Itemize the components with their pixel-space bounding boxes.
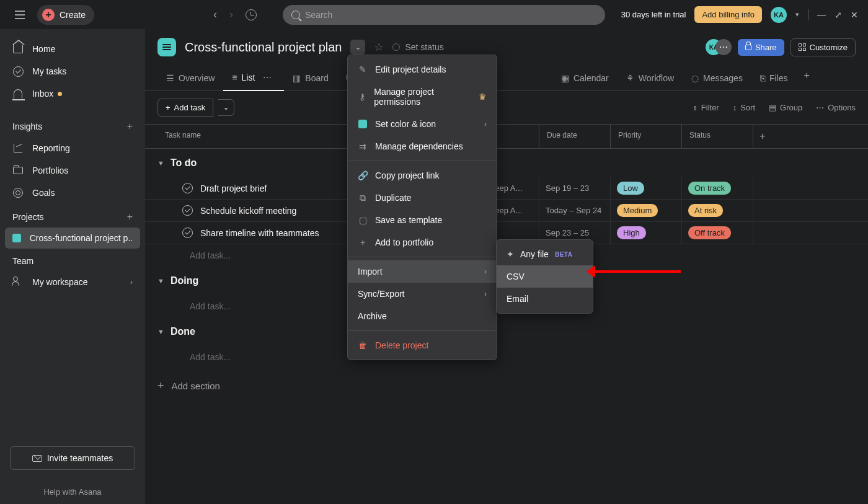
sidebar-project-item[interactable]: Cross-functional project p... [5,228,140,249]
project-dropdown-menu: ✎Edit project details ⚷Manage project pe… [347,55,497,360]
tab-calendar[interactable]: ▦Calendar [552,65,618,91]
section-done[interactable]: ▼Done [145,317,868,346]
add-project[interactable]: + [127,211,133,223]
menu-delete[interactable]: 🗑Delete project [348,334,497,356]
menu-separator [348,330,497,331]
task-name: Share timeline with teammates [200,228,319,238]
home-icon [13,45,23,53]
import-submenu: ✦Any fileBETA CSV Email [496,239,593,314]
due-cell[interactable]: Sep 19 – 23 [539,177,610,199]
set-status-button[interactable]: Set status [392,42,443,52]
sidebar-my-tasks[interactable]: My tasks [0,60,145,82]
section-todo[interactable]: ▼To do [145,149,868,177]
sidebar-label: Cross-functional project p... [30,233,133,243]
minimize-icon[interactable]: — [817,10,826,20]
more-members[interactable]: ⋯ [715,39,732,55]
menu-dependencies[interactable]: ⇉Manage dependencies [348,135,497,157]
import-csv[interactable]: CSV [497,265,593,288]
sidebar-reporting[interactable]: Reporting [0,137,145,159]
tab-overview[interactable]: ☰Overview [157,65,223,91]
status-cell[interactable]: At risk [681,200,753,221]
menu-import[interactable]: Import› [348,260,497,283]
invite-button[interactable]: Invite teammates [10,446,135,470]
tab-messages[interactable]: ◌Messages [683,65,751,91]
chevron-down-icon[interactable]: ▾ [795,11,799,19]
add-task-inline[interactable]: Add task... [145,346,868,368]
import-any-file[interactable]: ✦Any fileBETA [497,243,593,265]
col-priority: Priority [610,125,681,148]
group-button[interactable]: ▤Group [769,103,802,112]
check-circle-icon [13,66,24,77]
priority-cell[interactable]: High [610,222,681,244]
complete-toggle[interactable] [182,205,193,216]
due-cell[interactable]: Today – Sep 24 [539,200,610,221]
menu-sync-export[interactable]: Sync/Export› [348,283,497,305]
chart-icon [14,144,22,153]
add-task-button[interactable]: + Add task [157,99,213,117]
tab-files[interactable]: ⎘Files [751,65,797,91]
add-insight[interactable]: + [127,121,133,132]
status-cell[interactable]: Off track [681,222,753,244]
tab-list[interactable]: ≡List⋯ [223,65,284,91]
list-icon: ≡ [232,73,237,82]
messages-icon: ◌ [691,73,699,83]
sidebar-label: Reporting [32,143,70,153]
status-cell[interactable]: On track [681,177,753,199]
priority-cell[interactable]: Low [610,177,681,199]
menu-archive[interactable]: Archive [348,305,497,327]
deps-icon: ⇉ [358,141,368,151]
user-avatar[interactable]: KA [771,7,787,23]
tab-board[interactable]: ▥Board [284,65,337,91]
menu-color[interactable]: Set color & icon› [348,113,497,135]
group-icon: ▤ [769,103,776,112]
options-button[interactable]: ⋯Options [816,103,856,112]
sidebar-label: Portfolios [32,166,68,175]
target-icon [13,188,23,198]
sort-button[interactable]: ↕Sort [733,103,755,112]
collapse-icon[interactable]: ⤢ [835,10,842,20]
chevron-right-icon: › [484,120,487,128]
menu-duplicate[interactable]: ⧉Duplicate [348,187,497,209]
menu-edit-details[interactable]: ✎Edit project details [348,58,497,81]
search-input[interactable]: Search [283,5,605,25]
back-button[interactable]: ‹ [213,8,217,21]
task-row[interactable]: Draft project brief arandeep A... Sep 19… [145,177,868,200]
add-column[interactable]: + [753,125,777,148]
menu-copy-link[interactable]: 🔗Copy project link [348,164,497,187]
complete-toggle[interactable] [182,183,193,193]
tab-workflow[interactable]: ⚘Workflow [618,65,683,91]
sidebar-home[interactable]: Home [0,38,145,60]
create-button[interactable]: + Create [37,5,94,25]
menu-template[interactable]: ▢Save as template [348,209,497,231]
sidebar-workspace[interactable]: My workspace› [0,271,145,293]
star-icon[interactable]: ☆ [374,40,384,54]
billing-button[interactable]: Add billing info [694,6,762,23]
add-tab[interactable]: + [796,65,817,91]
sidebar-inbox[interactable]: Inbox [0,82,145,105]
customize-button[interactable]: Customize [790,38,856,56]
bell-icon [14,89,22,99]
menu-permissions[interactable]: ⚷Manage project permissions♛ [348,81,497,113]
add-task-dropdown[interactable]: ⌄ [218,99,234,116]
sidebar-portfolios[interactable]: Portfolios [0,159,145,182]
share-button[interactable]: Share [738,39,784,56]
project-menu-button[interactable]: ⌄ [350,40,365,55]
forward-button[interactable]: › [229,8,233,21]
add-section-button[interactable]: +Add section [145,368,868,404]
filter-button[interactable]: ⫾Filter [693,103,719,112]
complete-toggle[interactable] [182,228,193,238]
sidebar-label: My tasks [32,66,66,76]
help-link[interactable]: Help with Asana [0,480,145,504]
lock-icon [745,45,751,50]
task-row[interactable]: Schedule kickoff meeting arandeep A... T… [145,200,868,222]
sidebar-goals[interactable]: Goals [0,182,145,204]
import-email[interactable]: Email [497,288,593,310]
tabs: ☰Overview ≡List⋯ ▥Board ⧉Time... ▦Calend… [145,56,868,91]
menu-portfolio[interactable]: +Add to portfolio [348,231,497,254]
close-icon[interactable]: ✕ [851,10,858,20]
menu-toggle[interactable] [10,5,30,25]
col-status: Status [681,125,753,148]
priority-cell[interactable]: Medium [610,200,681,221]
tab-more-icon[interactable]: ⋯ [259,70,275,85]
history-icon[interactable] [246,9,257,20]
